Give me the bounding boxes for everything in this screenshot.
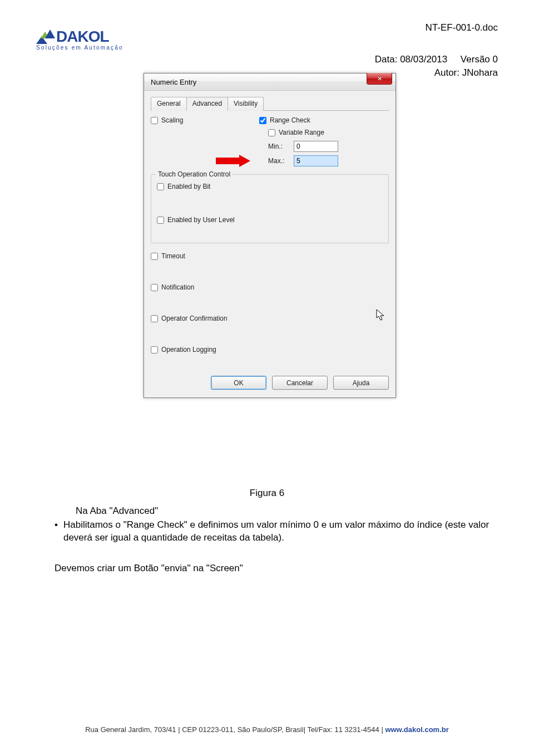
variable-range-label: Variable Range (279, 129, 324, 136)
operation-logging-label: Operation Logging (161, 346, 216, 354)
paragraph-2: Devemos criar um Botão "envia" na "Scree… (55, 563, 243, 574)
scaling-checkbox[interactable]: Scaling (151, 116, 259, 124)
range-check-checkbox[interactable]: Range Check (259, 116, 389, 124)
range-check-checkbox-input[interactable] (259, 117, 266, 124)
ok-button[interactable]: OK (211, 376, 266, 390)
enabled-by-user-level-input[interactable] (157, 217, 164, 224)
tabs: General Advanced Visibility (151, 96, 389, 111)
date-label: Data: (375, 54, 398, 65)
operator-confirmation-input[interactable] (151, 315, 158, 322)
variable-range-checkbox[interactable]: Variable Range (259, 129, 389, 136)
close-button[interactable]: ✕ (367, 73, 392, 85)
version-label: Versão (461, 54, 490, 65)
author-label: Autor: (434, 67, 459, 78)
close-icon: ✕ (377, 75, 382, 82)
dialog-titlebar: Numeric Entry ✕ (144, 73, 395, 91)
enabled-by-bit-label: Enabled by Bit (167, 183, 210, 190)
operation-logging-checkbox[interactable]: Operation Logging (151, 346, 389, 354)
logo-subtitle: Soluções em Automação (36, 45, 147, 51)
scaling-label: Scaling (161, 116, 183, 124)
dialog-title: Numeric Entry (151, 78, 196, 86)
touch-group-title: Touch Operation Control (156, 170, 233, 178)
red-arrow-icon (216, 155, 250, 167)
timeout-label: Timeout (161, 252, 185, 260)
variable-range-checkbox-input[interactable] (268, 129, 275, 136)
enabled-by-bit-checkbox[interactable]: Enabled by Bit (157, 183, 383, 190)
enabled-by-user-level-checkbox[interactable]: Enabled by User Level (157, 216, 383, 224)
max-input[interactable] (294, 155, 338, 166)
min-label: Min.: (268, 143, 289, 150)
footer-link[interactable]: www.dakol.com.br (385, 725, 448, 734)
cancel-button[interactable]: Cancelar (272, 376, 328, 390)
notification-label: Notification (161, 283, 194, 291)
notification-checkbox[interactable]: Notification (151, 283, 389, 291)
scaling-checkbox-input[interactable] (151, 117, 158, 124)
touch-operation-group: Touch Operation Control Enabled by Bit E… (151, 174, 389, 243)
numeric-entry-dialog: Numeric Entry ✕ General Advanced Visibil… (144, 73, 396, 398)
timeout-input[interactable] (151, 253, 158, 260)
bullet-icon: • (55, 519, 58, 544)
min-input[interactable] (294, 141, 338, 152)
doc-filename: NT-EF-001-0.doc (426, 22, 498, 33)
footer-address: Rua General Jardim, 703/41 | CEP 01223-0… (85, 725, 385, 734)
tab-advanced[interactable]: Advanced (186, 97, 228, 111)
help-button[interactable]: Ajuda (333, 376, 389, 390)
version-value: 0 (493, 54, 498, 65)
footer: Rua General Jardim, 703/41 | CEP 01223-0… (0, 725, 534, 734)
para-line2: Habilitamos o "Range Check" e definimos … (63, 519, 494, 544)
tab-visibility[interactable]: Visibility (228, 97, 264, 111)
operator-confirmation-checkbox[interactable]: Operator Confirmation (151, 315, 389, 322)
max-label: Max.: (268, 157, 289, 165)
date-value: 08/03/2013 (400, 54, 447, 65)
range-check-label: Range Check (270, 116, 310, 124)
paragraph-block: Na Aba "Advanced" • Habilitamos o "Range… (55, 505, 494, 544)
figure-caption: Figura 6 (0, 488, 534, 499)
logo-mark-icon (36, 30, 55, 44)
author-value: JNohara (462, 67, 498, 78)
operator-confirmation-label: Operator Confirmation (161, 315, 228, 322)
enabled-by-user-level-label: Enabled by User Level (167, 216, 235, 224)
notification-input[interactable] (151, 284, 158, 291)
para-line1: Na Aba "Advanced" (76, 505, 494, 518)
operation-logging-input[interactable] (151, 346, 158, 354)
timeout-checkbox[interactable]: Timeout (151, 252, 389, 260)
logo: DAKOL Soluções em Automação (36, 28, 147, 51)
tab-general[interactable]: General (151, 97, 187, 111)
enabled-by-bit-input[interactable] (157, 183, 164, 190)
logo-name: DAKOL (56, 28, 109, 46)
